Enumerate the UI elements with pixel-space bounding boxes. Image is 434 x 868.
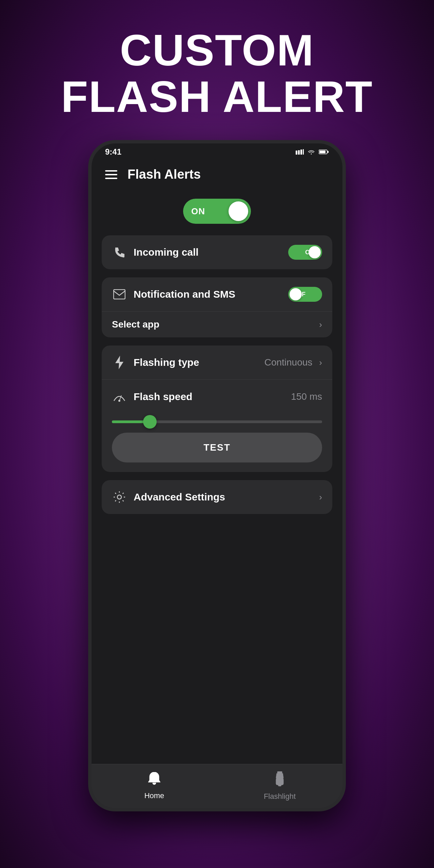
flash-speed-slider-track[interactable]: [112, 420, 322, 423]
phone-frame: 9:41 Flash Al: [88, 140, 346, 811]
select-app-label: Select app: [112, 319, 159, 330]
incoming-call-label: Incoming call: [134, 246, 281, 258]
nav-item-flashlight[interactable]: Flashlight: [217, 764, 342, 808]
svg-rect-12: [276, 778, 283, 785]
advanced-settings-chevron-icon: ›: [319, 492, 322, 502]
svg-point-9: [118, 400, 120, 402]
flash-speed-row: Flash speed 150 ms: [102, 379, 332, 414]
flash-speed-slider-thumb[interactable]: [143, 415, 157, 429]
phone-icon: [112, 245, 127, 260]
envelope-icon: [112, 287, 127, 302]
incoming-call-toggle-knob: [309, 246, 321, 258]
svg-rect-8: [114, 290, 125, 299]
notification-sms-row: Notification and SMS OFF: [102, 277, 332, 311]
notification-sms-toggle-knob: [290, 288, 302, 300]
flash-speed-value: 150 ms: [291, 391, 322, 402]
svg-rect-2: [300, 150, 302, 155]
select-app-row[interactable]: Select app ›: [102, 311, 332, 337]
notification-sms-card: Notification and SMS OFF Select app ›: [102, 277, 332, 337]
svg-rect-11: [277, 771, 282, 773]
flash-speed-label: Flash speed: [134, 391, 284, 402]
app-content: ON Incoming call ON: [92, 189, 342, 764]
test-button[interactable]: TEST: [112, 433, 322, 462]
nav-item-home[interactable]: Home: [92, 764, 217, 808]
flashing-type-value: Continuous: [264, 357, 313, 368]
main-toggle-container: ON: [102, 195, 332, 227]
svg-rect-1: [298, 150, 300, 155]
app-header: Flash Alerts: [92, 160, 342, 189]
status-bar: 9:41: [92, 143, 342, 160]
background-title: CUSTOM FLASH ALERT: [61, 27, 373, 120]
flashlight-icon: [275, 771, 285, 789]
hamburger-menu-icon[interactable]: [105, 170, 117, 179]
flash-settings-card: Flashing type Continuous › Flash speed 1…: [102, 346, 332, 472]
main-toggle[interactable]: ON: [183, 199, 251, 224]
svg-rect-0: [296, 151, 297, 155]
advanced-settings-row[interactable]: Advanced Settings ›: [102, 480, 332, 514]
notification-sms-label: Notification and SMS: [134, 289, 281, 300]
flashing-type-chevron-icon: ›: [319, 357, 322, 368]
svg-point-4: [311, 154, 312, 155]
nav-home-label: Home: [144, 791, 164, 800]
advanced-settings-label: Advanced Settings: [134, 491, 312, 503]
incoming-call-row: Incoming call ON: [102, 235, 332, 269]
select-app-chevron-icon: ›: [319, 319, 322, 330]
nav-flashlight-label: Flashlight: [264, 792, 296, 801]
svg-rect-3: [303, 149, 304, 155]
notification-sms-toggle[interactable]: OFF: [288, 287, 322, 302]
svg-rect-6: [319, 151, 326, 153]
flashing-type-row[interactable]: Flashing type Continuous ›: [102, 346, 332, 379]
status-time: 9:41: [105, 147, 121, 157]
incoming-call-toggle[interactable]: ON: [288, 245, 322, 260]
advanced-settings-card: Advanced Settings ›: [102, 480, 332, 514]
lightning-icon: [112, 355, 127, 370]
incoming-call-card: Incoming call ON: [102, 235, 332, 269]
flash-speed-slider-container: [102, 414, 332, 433]
flashing-type-label: Flashing type: [134, 357, 258, 368]
status-icons: [296, 149, 329, 155]
main-toggle-knob: [229, 201, 248, 221]
gear-icon: [112, 490, 127, 505]
app-title: Flash Alerts: [127, 167, 201, 182]
main-toggle-label: ON: [191, 206, 205, 217]
bell-icon: [148, 772, 160, 789]
speed-icon: [112, 389, 127, 404]
bottom-nav: Home Flashlight: [92, 764, 342, 808]
svg-point-10: [117, 495, 121, 499]
svg-rect-7: [328, 151, 329, 153]
